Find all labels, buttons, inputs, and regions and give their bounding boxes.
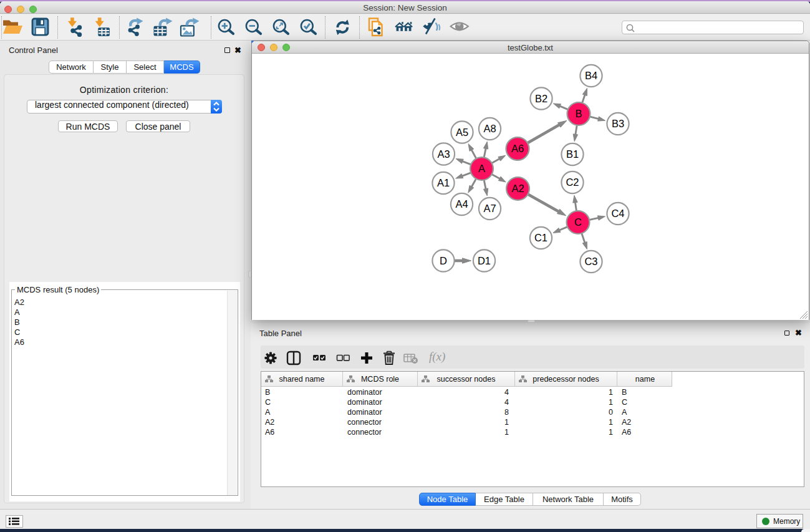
svg-text:A5: A5 [456,127,468,138]
svg-text:A4: A4 [455,198,468,210]
svg-text:C3: C3 [584,256,597,267]
svg-text:B1: B1 [566,148,579,160]
svg-text:C1: C1 [534,232,547,243]
svg-text:A3: A3 [437,148,450,160]
svg-text:D: D [440,255,447,266]
svg-text:B3: B3 [612,118,624,129]
svg-text:C2: C2 [566,177,579,188]
svg-text:B4: B4 [585,70,597,81]
svg-text:A2: A2 [511,183,524,194]
svg-text:A8: A8 [483,123,496,134]
svg-text:D1: D1 [478,255,491,266]
svg-text:B2: B2 [535,93,547,104]
svg-text:B: B [575,108,582,119]
svg-text:A7: A7 [483,203,496,214]
svg-text:C: C [574,216,582,228]
svg-text:C4: C4 [611,208,624,219]
svg-text:A1: A1 [437,177,450,188]
svg-text:A6: A6 [511,143,524,154]
svg-text:A: A [478,163,485,174]
